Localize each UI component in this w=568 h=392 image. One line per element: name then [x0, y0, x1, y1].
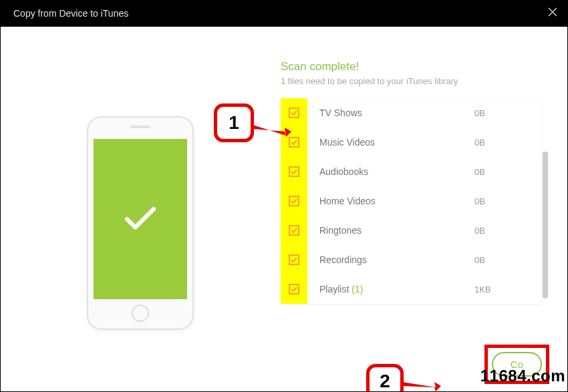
svg-marker-1 [402, 382, 441, 391]
main-content: Scan complete! 1 files need to be copied… [0, 27, 568, 392]
row-label: TV Shows [307, 108, 474, 118]
check-icon [291, 256, 297, 263]
status-sub-suffix: files need to be copied to your iTunes l… [285, 76, 458, 86]
phone-home-button [132, 305, 149, 322]
checkbox-col-highlight [281, 216, 307, 245]
checkbox[interactable] [289, 225, 299, 236]
list-item: Music Videos 0B [281, 128, 541, 157]
row-size: 0B [474, 167, 528, 177]
list-item: Recordings 0B [281, 245, 541, 274]
list-item: Audiobooks 0B [281, 157, 541, 186]
phone-check-icon [120, 199, 160, 239]
watermark: 11684.com [480, 367, 565, 385]
row-size: 0B [474, 226, 528, 236]
list-item: TV Shows 0B [281, 98, 541, 128]
row-label: Ringtones [307, 225, 474, 236]
row-size: 0B [474, 255, 528, 265]
phone-screen [94, 139, 187, 299]
callout-annotation-2: 2 [366, 364, 404, 392]
svg-marker-0 [253, 125, 291, 137]
callout-arrow-1 [253, 117, 293, 144]
list-item: Home Videos 0B [281, 186, 541, 216]
scrollbar[interactable] [543, 152, 548, 299]
close-icon[interactable] [547, 7, 558, 21]
callout-annotation-1: 1 [214, 104, 254, 142]
phone-illustration [87, 116, 194, 330]
checkbox[interactable] [289, 254, 299, 265]
check-icon [291, 198, 297, 204]
status-subtext: 1 files need to be copied to your iTunes… [281, 76, 541, 86]
checkbox-col-highlight [281, 274, 307, 304]
right-panel: Scan complete! 1 files need to be copied… [281, 27, 568, 392]
checkbox-col-highlight [281, 245, 307, 274]
checkbox-col-highlight [281, 186, 307, 216]
media-list: TV Shows 0B Music Videos 0B Audiobooks 0… [281, 98, 541, 304]
row-size: 1KB [474, 284, 528, 295]
row-label: Music Videos [307, 137, 474, 148]
checkbox-col-highlight [281, 157, 307, 186]
row-size: 0B [474, 108, 528, 118]
row-label: Home Videos [307, 196, 474, 206]
titlebar: Copy from Device to iTunes [0, 0, 568, 27]
phone-speaker [130, 126, 150, 128]
row-size: 0B [474, 138, 528, 148]
check-icon [291, 110, 297, 116]
window-title: Copy from Device to iTunes [13, 8, 128, 19]
check-icon [291, 286, 297, 292]
check-icon [291, 168, 297, 175]
row-label: Playlist (1) [307, 284, 474, 295]
list-item: Ringtones 0B [281, 216, 541, 245]
row-size: 0B [474, 196, 528, 206]
status-heading: Scan complete! [281, 60, 541, 73]
row-label: Audiobooks [307, 166, 474, 177]
list-item: Playlist (1) 1KB [281, 274, 541, 304]
checkbox[interactable] [289, 284, 299, 295]
checkbox[interactable] [289, 196, 299, 206]
left-panel [0, 27, 281, 392]
checkbox[interactable] [289, 166, 299, 177]
check-icon [291, 227, 297, 234]
callout-arrow-2 [402, 375, 442, 392]
row-label: Recordings [307, 254, 474, 265]
